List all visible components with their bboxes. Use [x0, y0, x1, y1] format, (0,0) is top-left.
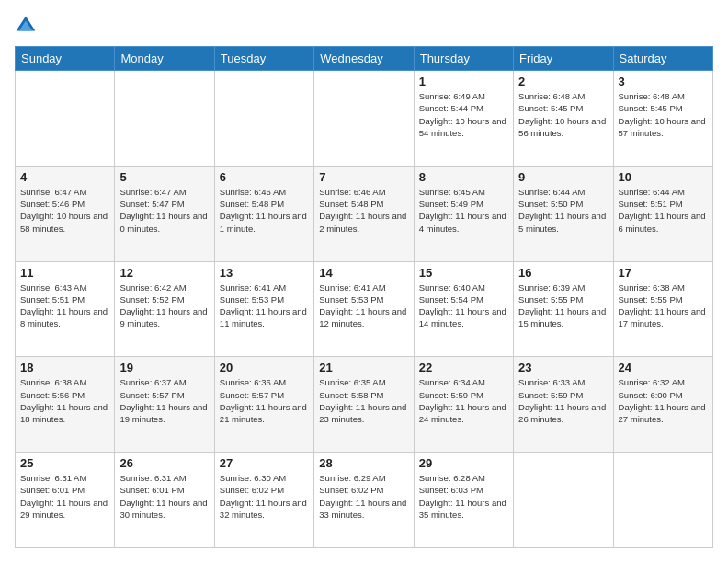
cell-info-text: Sunrise: 6:36 AM Sunset: 5:57 PM Dayligh…: [220, 376, 309, 425]
calendar-cell: 6Sunrise: 6:46 AM Sunset: 5:48 PM Daylig…: [214, 166, 313, 261]
calendar-cell: 5Sunrise: 6:47 AM Sunset: 5:47 PM Daylig…: [115, 166, 214, 261]
cell-info-text: Sunrise: 6:38 AM Sunset: 5:56 PM Dayligh…: [20, 376, 109, 425]
calendar-cell: 2Sunrise: 6:48 AM Sunset: 5:45 PM Daylig…: [514, 71, 613, 167]
cell-info-text: Sunrise: 6:49 AM Sunset: 5:44 PM Dayligh…: [419, 90, 508, 139]
cell-info-text: Sunrise: 6:31 AM Sunset: 6:01 PM Dayligh…: [20, 472, 109, 521]
calendar-cell: 24Sunrise: 6:32 AM Sunset: 6:00 PM Dayli…: [613, 357, 712, 453]
cell-date-number: 4: [20, 170, 109, 184]
cell-date-number: 2: [518, 75, 608, 88]
calendar-cell: 18Sunrise: 6:38 AM Sunset: 5:56 PM Dayli…: [16, 357, 115, 453]
calendar-cell: [314, 71, 414, 167]
calendar-cell: 8Sunrise: 6:45 AM Sunset: 5:49 PM Daylig…: [414, 166, 513, 261]
calendar-cell: 17Sunrise: 6:38 AM Sunset: 5:55 PM Dayli…: [613, 261, 712, 357]
calendar-cell: [115, 71, 214, 167]
cell-info-text: Sunrise: 6:46 AM Sunset: 5:48 PM Dayligh…: [220, 186, 309, 235]
calendar-cell: 23Sunrise: 6:33 AM Sunset: 5:59 PM Dayli…: [514, 357, 613, 453]
cell-info-text: Sunrise: 6:47 AM Sunset: 5:46 PM Dayligh…: [20, 186, 109, 235]
cell-date-number: 29: [419, 456, 508, 470]
cell-date-number: 21: [319, 361, 408, 374]
cell-info-text: Sunrise: 6:44 AM Sunset: 5:50 PM Dayligh…: [518, 186, 608, 235]
calendar-cell: 4Sunrise: 6:47 AM Sunset: 5:46 PM Daylig…: [16, 166, 115, 261]
cell-date-number: 20: [220, 361, 309, 374]
calendar-cell: 1Sunrise: 6:49 AM Sunset: 5:44 PM Daylig…: [414, 71, 513, 167]
calendar-cell: 29Sunrise: 6:28 AM Sunset: 6:03 PM Dayli…: [414, 453, 513, 548]
cell-date-number: 27: [220, 456, 309, 470]
calendar-cell: [613, 453, 712, 548]
cell-info-text: Sunrise: 6:41 AM Sunset: 5:53 PM Dayligh…: [220, 282, 309, 330]
cell-date-number: 25: [20, 456, 109, 470]
day-header-wednesday: Wednesday: [314, 47, 414, 71]
calendar-week-3: 11Sunrise: 6:43 AM Sunset: 5:51 PM Dayli…: [16, 261, 713, 357]
calendar-cell: 3Sunrise: 6:48 AM Sunset: 5:45 PM Daylig…: [613, 71, 712, 167]
cell-date-number: 23: [518, 361, 608, 374]
cell-date-number: 24: [619, 361, 708, 374]
cell-info-text: Sunrise: 6:28 AM Sunset: 6:03 PM Dayligh…: [419, 472, 508, 521]
calendar-cell: 28Sunrise: 6:29 AM Sunset: 6:02 PM Dayli…: [314, 453, 414, 548]
calendar-cell: 22Sunrise: 6:34 AM Sunset: 5:59 PM Dayli…: [414, 357, 513, 453]
cell-info-text: Sunrise: 6:47 AM Sunset: 5:47 PM Dayligh…: [119, 186, 209, 235]
cell-date-number: 28: [319, 456, 408, 470]
header: [15, 15, 713, 37]
calendar-cell: 27Sunrise: 6:30 AM Sunset: 6:02 PM Dayli…: [214, 453, 313, 548]
calendar-cell: [16, 71, 115, 167]
calendar-week-5: 25Sunrise: 6:31 AM Sunset: 6:01 PM Dayli…: [16, 453, 713, 548]
calendar-cell: 21Sunrise: 6:35 AM Sunset: 5:58 PM Dayli…: [314, 357, 414, 453]
cell-date-number: 16: [518, 266, 608, 280]
cell-date-number: 10: [619, 170, 708, 184]
cell-date-number: 19: [119, 361, 209, 374]
calendar-header-row: SundayMondayTuesdayWednesdayThursdayFrid…: [16, 47, 713, 71]
cell-date-number: 22: [419, 361, 508, 374]
cell-info-text: Sunrise: 6:37 AM Sunset: 5:57 PM Dayligh…: [119, 376, 209, 425]
cell-info-text: Sunrise: 6:35 AM Sunset: 5:58 PM Dayligh…: [319, 376, 408, 425]
day-header-sunday: Sunday: [16, 47, 115, 71]
cell-date-number: 14: [319, 266, 408, 280]
calendar-cell: [214, 71, 313, 167]
cell-date-number: 11: [20, 266, 109, 280]
day-header-tuesday: Tuesday: [214, 47, 313, 71]
cell-date-number: 1: [419, 75, 508, 88]
calendar-cell: 16Sunrise: 6:39 AM Sunset: 5:55 PM Dayli…: [514, 261, 613, 357]
calendar-table: SundayMondayTuesdayWednesdayThursdayFrid…: [15, 46, 713, 548]
cell-info-text: Sunrise: 6:42 AM Sunset: 5:52 PM Dayligh…: [119, 282, 209, 330]
cell-info-text: Sunrise: 6:31 AM Sunset: 6:01 PM Dayligh…: [119, 472, 209, 521]
cell-date-number: 17: [619, 266, 708, 280]
calendar-cell: 12Sunrise: 6:42 AM Sunset: 5:52 PM Dayli…: [115, 261, 214, 357]
cell-date-number: 3: [619, 75, 708, 88]
calendar-cell: 26Sunrise: 6:31 AM Sunset: 6:01 PM Dayli…: [115, 453, 214, 548]
cell-info-text: Sunrise: 6:32 AM Sunset: 6:00 PM Dayligh…: [619, 376, 708, 425]
cell-info-text: Sunrise: 6:48 AM Sunset: 5:45 PM Dayligh…: [518, 90, 608, 139]
calendar-week-1: 1Sunrise: 6:49 AM Sunset: 5:44 PM Daylig…: [16, 71, 713, 167]
cell-info-text: Sunrise: 6:46 AM Sunset: 5:48 PM Dayligh…: [319, 186, 408, 235]
calendar-cell: 11Sunrise: 6:43 AM Sunset: 5:51 PM Dayli…: [16, 261, 115, 357]
cell-date-number: 5: [119, 170, 209, 184]
calendar-cell: 10Sunrise: 6:44 AM Sunset: 5:51 PM Dayli…: [613, 166, 712, 261]
cell-info-text: Sunrise: 6:34 AM Sunset: 5:59 PM Dayligh…: [419, 376, 508, 425]
logo-icon: [15, 15, 37, 37]
cell-info-text: Sunrise: 6:38 AM Sunset: 5:55 PM Dayligh…: [619, 282, 708, 330]
cell-info-text: Sunrise: 6:33 AM Sunset: 5:59 PM Dayligh…: [518, 376, 608, 425]
day-header-friday: Friday: [514, 47, 613, 71]
page: SundayMondayTuesdayWednesdayThursdayFrid…: [0, 0, 728, 563]
cell-date-number: 9: [518, 170, 608, 184]
calendar-cell: 25Sunrise: 6:31 AM Sunset: 6:01 PM Dayli…: [16, 453, 115, 548]
cell-info-text: Sunrise: 6:41 AM Sunset: 5:53 PM Dayligh…: [319, 282, 408, 330]
cell-info-text: Sunrise: 6:44 AM Sunset: 5:51 PM Dayligh…: [619, 186, 708, 235]
cell-date-number: 8: [419, 170, 508, 184]
calendar-cell: 13Sunrise: 6:41 AM Sunset: 5:53 PM Dayli…: [214, 261, 313, 357]
calendar-cell: 9Sunrise: 6:44 AM Sunset: 5:50 PM Daylig…: [514, 166, 613, 261]
calendar-week-2: 4Sunrise: 6:47 AM Sunset: 5:46 PM Daylig…: [16, 166, 713, 261]
calendar-week-4: 18Sunrise: 6:38 AM Sunset: 5:56 PM Dayli…: [16, 357, 713, 453]
cell-date-number: 13: [220, 266, 309, 280]
cell-info-text: Sunrise: 6:30 AM Sunset: 6:02 PM Dayligh…: [220, 472, 309, 521]
cell-info-text: Sunrise: 6:48 AM Sunset: 5:45 PM Dayligh…: [619, 90, 708, 139]
calendar-cell: 7Sunrise: 6:46 AM Sunset: 5:48 PM Daylig…: [314, 166, 414, 261]
cell-date-number: 26: [119, 456, 209, 470]
cell-info-text: Sunrise: 6:43 AM Sunset: 5:51 PM Dayligh…: [20, 282, 109, 330]
calendar-cell: 20Sunrise: 6:36 AM Sunset: 5:57 PM Dayli…: [214, 357, 313, 453]
cell-date-number: 18: [20, 361, 109, 374]
cell-date-number: 12: [119, 266, 209, 280]
logo: [15, 15, 40, 37]
cell-date-number: 6: [220, 170, 309, 184]
cell-info-text: Sunrise: 6:39 AM Sunset: 5:55 PM Dayligh…: [518, 282, 608, 330]
cell-date-number: 7: [319, 170, 408, 184]
